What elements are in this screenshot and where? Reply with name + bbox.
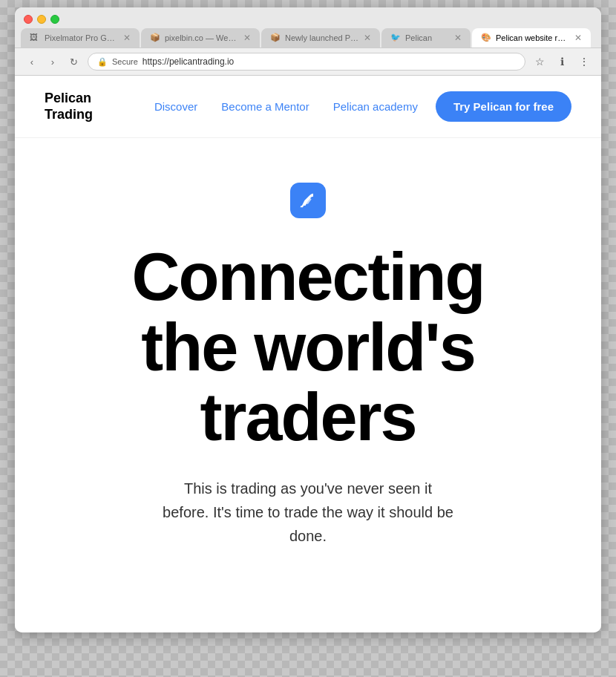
pelican-logo-icon (290, 183, 326, 218)
tab-favicon-0: 🖼 (30, 33, 40, 43)
tab-label-1: pixelbin.co — Website For Sal… (165, 33, 239, 42)
browser-tab-0[interactable]: 🖼 Pixelmator Pro Gains New Ex… ✕ (21, 28, 140, 48)
nav-logo: Pelican Trading (45, 91, 93, 122)
menu-button[interactable]: ⋮ (576, 53, 592, 70)
secure-label: Secure (112, 57, 138, 66)
maximize-traffic-light[interactable] (50, 15, 59, 24)
tab-favicon-2: 📦 (270, 33, 281, 43)
tab-close-1[interactable]: ✕ (243, 33, 251, 43)
address-bar[interactable]: 🔒 Secure https://pelicantrading.io (88, 53, 525, 71)
back-button[interactable]: ‹ (24, 53, 40, 70)
close-traffic-light[interactable] (24, 15, 33, 24)
tab-label-4: Pelican website re-design – D… (496, 33, 570, 42)
tab-close-3[interactable]: ✕ (454, 33, 462, 43)
browser-tab-1[interactable]: 📦 pixelbin.co — Website For Sal… ✕ (141, 28, 260, 48)
nav-link-mentor[interactable]: Become a Mentor (221, 100, 309, 113)
browser-tabs-bar: 🖼 Pixelmator Pro Gains New Ex… ✕ 📦 pixel… (15, 28, 601, 48)
tab-label-0: Pixelmator Pro Gains New Ex… (45, 33, 119, 42)
tab-close-4[interactable]: ✕ (574, 33, 582, 43)
tab-favicon-3: 🐦 (390, 33, 401, 43)
nav-link-discover[interactable]: Discover (154, 100, 197, 113)
navbar: Pelican Trading Discover Become a Mentor… (15, 76, 601, 138)
pelican-bird-icon (298, 190, 318, 211)
hero-section: Connecting the world's traders This is t… (15, 138, 601, 578)
forward-button[interactable]: › (45, 53, 61, 70)
tab-favicon-1: 📦 (150, 33, 160, 43)
nav-link-academy[interactable]: Pelican academy (333, 100, 418, 113)
website-content: Pelican Trading Discover Become a Mentor… (15, 76, 601, 632)
browser-tab-4[interactable]: 🎨 Pelican website re-design – D… ✕ (472, 28, 591, 48)
address-bar-row: ‹ › ↻ 🔒 Secure https://pelicantrading.io… (15, 48, 601, 75)
url-text: https://pelicantrading.io (142, 56, 234, 67)
browser-window: 🖼 Pixelmator Pro Gains New Ex… ✕ 📦 pixel… (15, 7, 601, 632)
hero-title: Connecting the world's traders (85, 242, 531, 453)
nav-links: Discover Become a Mentor Pelican academy (154, 100, 418, 113)
tab-favicon-4: 🎨 (481, 33, 491, 43)
traffic-lights-bar (15, 7, 601, 28)
info-button[interactable]: ℹ (554, 53, 570, 70)
secure-icon: 🔒 (97, 57, 108, 67)
minimize-traffic-light[interactable] (37, 15, 46, 24)
bookmark-button[interactable]: ☆ (531, 53, 548, 70)
reload-button[interactable]: ↻ (65, 53, 82, 70)
browser-actions: ☆ ℹ ⋮ (531, 53, 592, 70)
cta-button[interactable]: Try Pelican for free (436, 91, 571, 122)
nav-buttons: ‹ › ↻ (24, 53, 82, 70)
browser-chrome: 🖼 Pixelmator Pro Gains New Ex… ✕ 📦 pixel… (15, 7, 601, 76)
tab-label-3: Pelican (405, 33, 432, 42)
browser-tab-3[interactable]: 🐦 Pelican ✕ (381, 28, 471, 48)
tab-label-2: Newly launched PixelBin.co is… (285, 33, 359, 42)
browser-tab-2[interactable]: 📦 Newly launched PixelBin.co is… ✕ (261, 28, 380, 48)
hero-subtitle: This is trading as you've never seen it … (160, 477, 456, 548)
tab-close-0[interactable]: ✕ (123, 33, 131, 43)
tab-close-2[interactable]: ✕ (364, 33, 371, 43)
